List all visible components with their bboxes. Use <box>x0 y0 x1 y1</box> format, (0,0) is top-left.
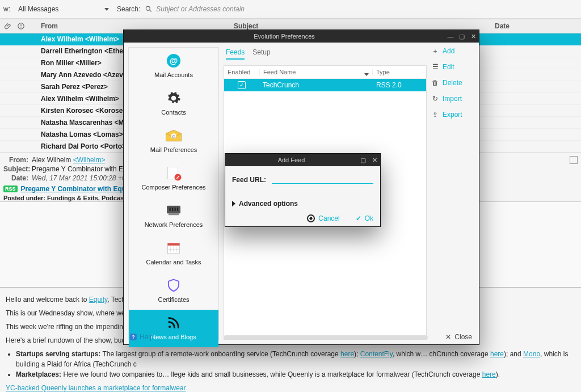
prefs-tabs: Feeds Setup <box>224 47 427 61</box>
prefs-nav: @ Mail Accounts Contacts @ Mail Preferen… <box>128 47 219 340</box>
edit-button[interactable]: ☰Edit <box>431 63 475 71</box>
search-label: Search: <box>117 5 140 13</box>
col-date[interactable]: Date <box>490 20 581 32</box>
coverage-link[interactable]: here <box>490 350 504 358</box>
svg-rect-19 <box>168 243 180 246</box>
help-icon: ? <box>129 333 137 341</box>
plus-icon: ＋ <box>431 47 439 55</box>
minimize-icon[interactable]: — <box>445 31 456 42</box>
close-icon[interactable]: ✕ <box>468 31 479 42</box>
nav-mail-preferences[interactable]: @ Mail Preferences <box>129 123 218 160</box>
coverage-link[interactable]: here <box>482 370 496 378</box>
add-feed-dialog: Add Feed ▢ ✕ Feed URL: Advanced options … <box>225 153 381 227</box>
nav-network-preferences[interactable]: Network Preferences <box>129 197 218 235</box>
export-icon: ⇪ <box>431 111 439 119</box>
feed-url-input[interactable] <box>272 172 373 184</box>
help-button[interactable]: ? Help <box>129 333 154 341</box>
gear-icon <box>165 90 182 107</box>
rss-icon: RSS <box>3 186 18 192</box>
feed-url-label: Feed URL: <box>232 176 266 184</box>
from-label: From: <box>3 156 28 164</box>
list-icon: ☰ <box>431 63 439 71</box>
search-icon <box>145 5 153 13</box>
subject-value: Pregame Y Combinator with Equity <box>32 165 137 173</box>
sort-icon <box>364 73 369 76</box>
mail-app-window: w: All Messages Search: Subject or Addre… <box>0 0 581 392</box>
ok-button[interactable]: ✓Ok <box>356 214 373 222</box>
close-x-icon: ✕ <box>445 333 451 341</box>
svg-rect-15 <box>172 208 173 211</box>
toolbar: w: All Messages Search: Subject or Addre… <box>0 0 581 19</box>
cancel-icon <box>307 214 315 222</box>
important-icon[interactable] <box>17 22 25 30</box>
contentfly-link[interactable]: ContentFly <box>360 350 393 358</box>
add-button[interactable]: ＋Add <box>431 47 475 55</box>
from-link[interactable]: <Wilhelm> <box>73 156 106 164</box>
nav-news-blogs[interactable]: News and Blogs <box>129 310 218 347</box>
at-icon: @ <box>165 52 182 69</box>
mono-link[interactable]: Mono <box>523 350 540 358</box>
coverage-link[interactable]: here <box>340 350 354 358</box>
list-item: Startups serving startups: The largest g… <box>16 349 575 369</box>
flag-icon[interactable] <box>570 156 578 164</box>
chevron-down-icon <box>104 8 109 11</box>
triangle-right-icon <box>232 201 235 206</box>
attachment-icon[interactable] <box>5 22 12 30</box>
svg-rect-13 <box>169 213 179 215</box>
rss-icon <box>165 314 182 331</box>
search-input[interactable]: Subject or Addresses contain <box>145 5 245 13</box>
svg-rect-12 <box>167 206 180 214</box>
nav-calendar[interactable]: Calendar and Tasks <box>129 235 218 272</box>
show-label: w: <box>3 5 10 13</box>
tab-feeds[interactable]: Feeds <box>226 48 245 60</box>
cancel-button[interactable]: Cancel <box>307 214 339 222</box>
compose-icon <box>165 165 182 182</box>
article-title[interactable]: Pregame Y Combinator with Equity <box>21 185 134 193</box>
check-icon: ✓ <box>356 214 361 222</box>
feed-actions: ＋Add ☰Edit 🗑Delete ↻Import ⇪Export <box>431 43 479 344</box>
advanced-options-toggle[interactable]: Advanced options <box>232 200 373 208</box>
svg-point-24 <box>169 326 171 328</box>
equity-link[interactable]: Equity <box>89 296 107 304</box>
feed-type: RSS 2.0 <box>373 81 426 89</box>
tab-setup[interactable]: Setup <box>252 48 270 60</box>
col-enabled[interactable]: Enabled <box>224 69 259 75</box>
close-icon[interactable]: ✕ <box>369 154 380 166</box>
envelope-icon: @ <box>165 127 182 144</box>
svg-text:?: ? <box>132 335 135 340</box>
nav-certificates[interactable]: Certificates <box>129 272 218 310</box>
svg-point-4 <box>20 27 21 28</box>
show-dropdown-value: All Messages <box>18 5 58 13</box>
feed-row[interactable]: ✓ TechCrunch RSS 2.0 <box>224 79 426 91</box>
maximize-icon[interactable]: ▢ <box>456 31 468 42</box>
import-icon: ↻ <box>431 95 439 103</box>
titlebar[interactable]: Evolution Preferences — ▢ ✕ <box>124 30 479 43</box>
date-label: Date: <box>3 174 28 182</box>
col-type[interactable]: Type <box>373 69 426 75</box>
checkbox-icon[interactable]: ✓ <box>238 81 246 89</box>
nav-mail-accounts[interactable]: @ Mail Accounts <box>129 48 218 85</box>
col-feed-name[interactable]: Feed Name <box>259 69 373 75</box>
import-button[interactable]: ↻Import <box>431 95 475 103</box>
from-name: Alex Wilhelm <box>32 156 71 164</box>
show-dropdown[interactable]: All Messages <box>15 4 112 14</box>
calendar-icon <box>165 239 182 256</box>
svg-text:@: @ <box>172 134 176 138</box>
svg-text:@: @ <box>170 56 178 65</box>
dialog-title: Add Feed <box>270 157 314 163</box>
svg-rect-14 <box>170 208 171 211</box>
subject-label: Subject: <box>3 165 28 173</box>
feed-name: TechCrunch <box>259 81 373 89</box>
svg-rect-16 <box>175 208 176 211</box>
nav-contacts[interactable]: Contacts <box>129 85 218 123</box>
queenly-link[interactable]: YC-backed Queenly launches a marketplace… <box>6 384 186 392</box>
svg-point-0 <box>146 6 150 10</box>
titlebar[interactable]: Add Feed ▢ ✕ <box>225 154 380 166</box>
delete-button[interactable]: 🗑Delete <box>431 79 475 87</box>
maximize-icon[interactable]: ▢ <box>357 154 369 166</box>
shield-icon <box>165 277 182 294</box>
close-button[interactable]: ✕Close <box>445 333 472 341</box>
nav-composer-preferences[interactable]: Composer Preferences <box>129 160 218 197</box>
export-button[interactable]: ⇪Export <box>431 111 475 119</box>
svg-rect-17 <box>177 208 178 211</box>
